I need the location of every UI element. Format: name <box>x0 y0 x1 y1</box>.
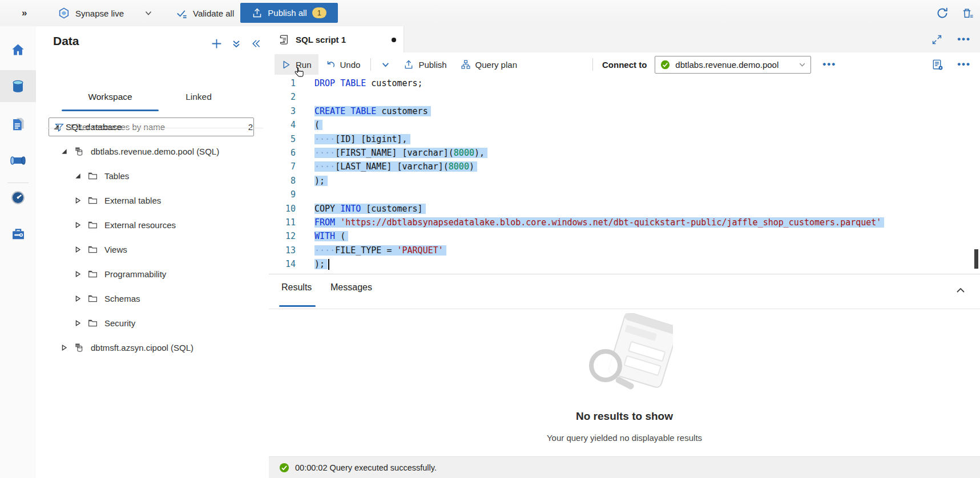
collapse-panel-icon[interactable] <box>250 38 261 49</box>
nav-integrate-icon[interactable] <box>0 144 36 176</box>
nav-data-icon[interactable] <box>0 70 39 102</box>
collapsed-triangle-icon[interactable] <box>74 295 82 302</box>
collapsed-triangle-icon[interactable] <box>74 197 82 204</box>
tree-node[interactable]: Programmability <box>36 262 269 286</box>
selection-highlight: CREATE TABLE customers <box>314 106 431 116</box>
data-explorer-panel: Data Workspace Linked <box>36 26 269 478</box>
tree-node-label: Views <box>104 245 127 254</box>
code-line[interactable]: 7····[LAST_NAME] [varchar](8000) <box>269 160 980 173</box>
nav-home-icon[interactable] <box>0 34 36 66</box>
selection-highlight: ····[FIRST_NAME] [varchar](8000), <box>314 148 487 158</box>
editor-scrollbar-thumb[interactable] <box>974 249 978 269</box>
query-plan-button[interactable]: Query plan <box>454 54 524 75</box>
collapse-results-icon[interactable] <box>955 285 966 296</box>
line-number: 8 <box>269 174 296 188</box>
left-nav-rail <box>0 26 37 478</box>
discard-all-icon[interactable] <box>961 0 974 26</box>
toolbar-more-actions-icon[interactable]: ••• <box>822 59 836 70</box>
code-line[interactable]: 6····[FIRST_NAME] [varchar](8000), <box>269 146 980 160</box>
collapsed-triangle-icon[interactable] <box>74 222 82 228</box>
database-icon <box>74 342 84 353</box>
empty-results-title: No results to show <box>269 410 980 423</box>
tab-messages[interactable]: Messages <box>330 282 372 293</box>
run-options-chevron-icon[interactable] <box>374 54 397 75</box>
editor-tab-bar: SQL script 1 ••• <box>269 26 980 53</box>
unsaved-changes-dot <box>392 38 396 42</box>
collapsed-triangle-icon[interactable] <box>60 345 68 351</box>
tree-node[interactable]: Views <box>36 237 269 262</box>
code-text: WITH ( <box>314 229 348 243</box>
synapse-studio-window: » Synapse live Validate all Publish all … <box>0 0 980 478</box>
tree-node[interactable]: Schemas <box>36 286 269 311</box>
refresh-icon[interactable] <box>935 0 949 26</box>
validate-all-label: Validate all <box>193 9 234 18</box>
line-number: 2 <box>269 90 296 104</box>
nav-develop-icon[interactable] <box>0 108 36 140</box>
expand-panel-icon[interactable]: » <box>22 0 27 26</box>
tab-sql-script-1[interactable]: SQL script 1 <box>269 26 404 52</box>
code-line[interactable]: 8); <box>269 174 980 188</box>
publish-all-button[interactable]: Publish all 1 <box>240 3 338 23</box>
undo-button[interactable]: Undo <box>318 54 368 75</box>
collapsed-triangle-icon[interactable] <box>74 320 82 326</box>
code-line[interactable]: 13····FILE_TYPE = 'PARQUET' <box>269 244 980 257</box>
nav-monitor-icon[interactable] <box>0 181 36 213</box>
code-line[interactable]: 5····[ID] [bigint], <box>269 132 980 146</box>
validate-all-button[interactable]: Validate all <box>176 0 234 26</box>
add-resource-icon[interactable] <box>211 38 223 50</box>
tree-node[interactable]: External tables <box>36 188 269 213</box>
code-text: ); <box>314 174 328 188</box>
code-line[interactable]: 10COPY INTO [customers] <box>269 202 980 216</box>
pool-selector-dropdown[interactable]: dbtlabs.revenue.demo.pool <box>655 56 811 74</box>
no-results-illustration <box>576 313 673 404</box>
code-line[interactable]: 1DROP TABLE customers; <box>269 76 980 90</box>
line-number: 14 <box>269 257 296 271</box>
code-line[interactable]: 12WITH ( <box>269 229 980 243</box>
expanded-triangle-icon[interactable] <box>60 148 68 155</box>
tab-workspace[interactable]: Workspace <box>62 86 159 108</box>
tree-node[interactable]: Security <box>36 311 269 335</box>
tab-results[interactable]: Results <box>281 282 312 293</box>
tree-node[interactable]: External resources <box>36 213 269 237</box>
publish-button[interactable]: Publish <box>397 54 453 75</box>
run-button[interactable]: Run <box>275 54 318 75</box>
code-line[interactable]: 9 <box>269 188 980 201</box>
mode-selector[interactable]: Synapse live <box>58 0 124 26</box>
sql-code-editor[interactable]: 1DROP TABLE customers;23CREATE TABLE cus… <box>269 76 980 274</box>
code-text: ( <box>314 118 322 132</box>
code-text: ····[LAST_NAME] [varchar](8000) <box>314 160 477 173</box>
collapse-all-icon[interactable] <box>231 39 241 49</box>
tab-more-actions-icon[interactable]: ••• <box>957 34 971 45</box>
code-line[interactable]: 11FROM 'https://dbtlabsynapsedatalake.bl… <box>269 216 980 229</box>
tree-node-label: Tables <box>104 171 129 181</box>
tree-node[interactable]: Tables <box>36 164 269 188</box>
line-number: 13 <box>269 244 296 257</box>
tree-node[interactable]: dbtlabs.revenue.demo.pool (SQL) <box>36 139 269 164</box>
code-line[interactable]: 4( <box>269 118 980 132</box>
editor-more-actions-icon[interactable]: ••• <box>957 59 971 70</box>
nav-manage-icon[interactable] <box>0 218 36 250</box>
properties-icon[interactable] <box>931 59 943 71</box>
publish-all-label: Publish all <box>268 8 306 18</box>
collapsed-triangle-icon[interactable] <box>74 246 82 253</box>
mode-chevron-down-icon[interactable] <box>144 0 152 26</box>
line-number: 12 <box>269 229 296 243</box>
tab-linked[interactable]: Linked <box>167 86 230 108</box>
tree-divider <box>46 128 263 128</box>
collapsed-triangle-icon[interactable] <box>74 271 82 277</box>
expanded-triangle-icon[interactable] <box>52 124 60 130</box>
tree-node[interactable]: dbtmsft.azsyn.cipool (SQL) <box>36 335 269 360</box>
code-line[interactable]: 14); <box>269 257 980 271</box>
selection-highlight: ); <box>314 259 328 269</box>
expand-editor-icon[interactable] <box>931 34 942 45</box>
code-text: DROP TABLE customers; <box>314 76 423 90</box>
code-text: ····[ID] [bigint], <box>314 132 410 146</box>
code-text: ····FILE_TYPE = 'PARQUET' <box>314 244 446 257</box>
code-line[interactable]: 3CREATE TABLE customers <box>269 104 980 118</box>
selection-highlight: WITH ( <box>314 231 348 241</box>
resource-tree: SQL database 2 dbtlabs.revenue.demo.pool… <box>36 115 269 360</box>
tree-node-sql-database[interactable]: SQL database 2 <box>36 115 269 139</box>
code-line[interactable]: 2 <box>269 90 980 104</box>
expanded-triangle-icon[interactable] <box>74 173 82 179</box>
selection-highlight: ····[LAST_NAME] [varchar](8000) <box>314 161 477 172</box>
